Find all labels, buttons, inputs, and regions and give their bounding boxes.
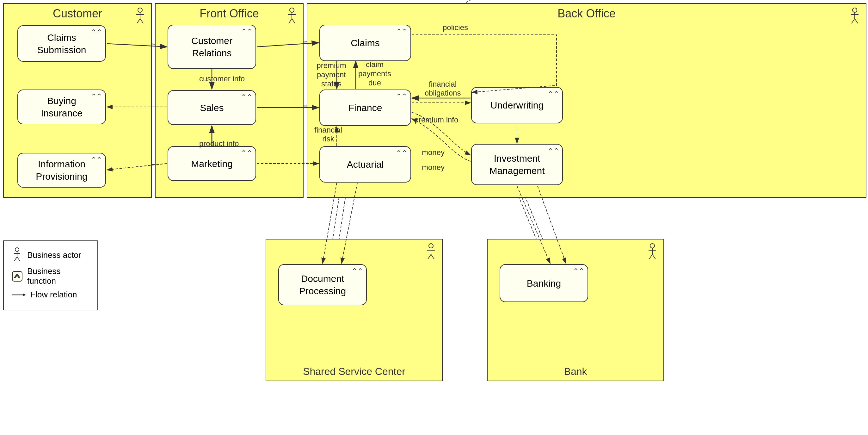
product-info-label: product info — [199, 139, 239, 148]
bank-title: Bank — [488, 366, 663, 377]
back-office-title: Back Office — [307, 7, 866, 20]
svg-point-23 — [138, 8, 142, 12]
front-office-title: Front Office — [156, 7, 303, 20]
svg-line-37 — [855, 19, 858, 23]
svg-line-51 — [14, 257, 17, 261]
customer-actor-icon — [134, 8, 146, 25]
svg-point-38 — [429, 243, 433, 248]
customer-relations-chevron: ⌃⌃ — [241, 27, 252, 36]
legend-flow-icon — [12, 292, 26, 298]
document-processing-box: Document Processing ⌃⌃ — [278, 264, 367, 305]
shared-service-title: Shared Service Center — [266, 366, 442, 377]
banking-chevron: ⌃⌃ — [573, 267, 584, 276]
money-to-label: money — [417, 148, 449, 157]
claims-submission-box: Claims Submission ⌃⌃ — [18, 25, 106, 62]
document-processing-chevron: ⌃⌃ — [352, 267, 363, 276]
svg-point-48 — [15, 248, 19, 252]
svg-rect-53 — [12, 271, 22, 281]
claims-chevron: ⌃⌃ — [396, 27, 407, 36]
underwriting-chevron: ⌃⌃ — [548, 90, 559, 99]
investment-mgmt-box: Investment Management ⌃⌃ — [471, 144, 563, 185]
svg-line-36 — [851, 19, 855, 23]
shared-service-lane: Shared Service Center — [266, 239, 443, 381]
finance-chevron: ⌃⌃ — [396, 92, 407, 101]
legend-actor-icon — [12, 248, 23, 263]
sales-chevron: ⌃⌃ — [241, 93, 252, 102]
actuarial-chevron: ⌃⌃ — [396, 149, 407, 158]
investment-mgmt-chevron: ⌃⌃ — [548, 146, 559, 156]
financial-obligations-label: financial obligations — [414, 80, 471, 97]
claims-box: Claims ⌃⌃ — [319, 25, 411, 61]
front-office-actor-icon — [285, 8, 298, 25]
svg-line-46 — [649, 254, 652, 259]
legend-actor-item: Business actor — [12, 248, 90, 263]
svg-point-28 — [290, 8, 294, 12]
financial-risk-label: financial risk — [309, 125, 347, 143]
svg-line-41 — [428, 254, 431, 259]
svg-line-47 — [652, 254, 655, 259]
svg-line-52 — [17, 257, 20, 261]
claims-submission-chevron: ⌃⌃ — [91, 28, 102, 37]
claim-payments-due-label: claimpaymentsdue — [357, 60, 392, 87]
sales-box: Sales ⌃⌃ — [167, 90, 256, 125]
svg-line-27 — [140, 19, 143, 23]
premium-payment-status-label: premiumpaymentstatus — [312, 61, 350, 88]
premium-info-label: premium info — [414, 115, 459, 124]
bank-actor-icon — [646, 243, 659, 261]
diagram-container: Customer Claims Submission ⌃⌃ Buying Ins… — [0, 0, 868, 435]
money-from-label: money — [417, 163, 449, 172]
svg-line-32 — [292, 19, 295, 23]
customer-relations-box: Customer Relations ⌃⌃ — [167, 25, 256, 69]
svg-marker-55 — [23, 293, 26, 296]
svg-point-33 — [852, 8, 857, 12]
svg-line-42 — [431, 254, 434, 259]
bank-lane: Bank — [487, 239, 664, 381]
customer-info-label: customer info — [199, 74, 245, 83]
underwriting-box: Underwriting ⌃⌃ — [471, 87, 563, 123]
policies-label: policies — [436, 23, 474, 32]
legend-function-label: Business function — [27, 266, 90, 286]
legend-function-icon — [12, 271, 23, 282]
svg-line-26 — [137, 19, 140, 23]
marketing-box: Marketing ⌃⌃ — [167, 146, 256, 181]
info-provisioning-chevron: ⌃⌃ — [91, 155, 102, 165]
buying-insurance-box: Buying Insurance ⌃⌃ — [18, 90, 106, 124]
legend-flow-label: Flow relation — [30, 290, 77, 299]
finance-box: Finance ⌃⌃ — [319, 90, 411, 126]
info-provisioning-box: Information Provisioning ⌃⌃ — [18, 153, 106, 187]
actuarial-box: Actuarial ⌃⌃ — [319, 146, 411, 182]
legend: Business actor Business function Flow r — [3, 240, 98, 310]
svg-line-31 — [289, 19, 292, 23]
svg-point-43 — [650, 243, 655, 248]
shared-service-actor-icon — [425, 243, 437, 261]
legend-flow-item: Flow relation — [12, 290, 90, 299]
legend-function-item: Business function — [12, 266, 90, 286]
back-office-actor-icon — [848, 8, 861, 25]
legend-actor-label: Business actor — [27, 250, 81, 260]
banking-box: Banking ⌃⌃ — [500, 264, 588, 302]
buying-insurance-chevron: ⌃⌃ — [91, 92, 102, 101]
marketing-chevron: ⌃⌃ — [241, 149, 252, 158]
customer-lane-title: Customer — [4, 7, 151, 20]
